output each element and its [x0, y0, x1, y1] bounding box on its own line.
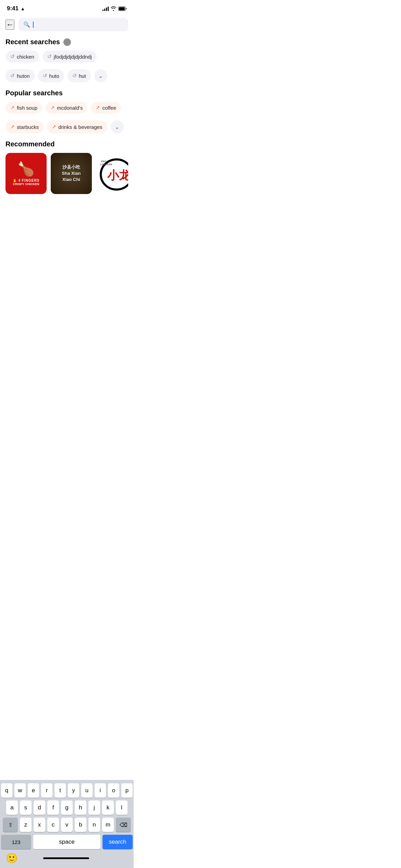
battery-icon — [118, 7, 127, 11]
popular-searches-row1: ↗ fish soup ↗ mcdonald's ↗ coffee — [5, 102, 128, 113]
popular-expand-button[interactable]: ⌄ — [111, 120, 124, 133]
popular-search-coffee[interactable]: ↗ coffee — [91, 102, 121, 113]
recent-search-huton[interactable]: ↺ huton — [5, 69, 35, 82]
recent-search-jfod[interactable]: ↺ jfodjdjdjdjdjddndj — [42, 51, 97, 62]
recommended-title: Recommended — [5, 140, 128, 148]
svg-text:XIAO: XIAO — [101, 160, 107, 162]
svg-rect-1 — [119, 7, 125, 10]
popular-search-mcdonalds[interactable]: ↗ mcdonald's — [46, 102, 87, 113]
history-icon: ↺ — [72, 73, 77, 79]
xiaolong-visual: 小龙坎 XIAO LONGKAN — [96, 153, 128, 194]
shaxian-label: 沙县小吃Sha XianXiao Chi — [62, 164, 81, 183]
popular-search-fishsoup[interactable]: ↗ fish soup — [5, 102, 42, 113]
title-dot — [63, 38, 71, 46]
recent-search-huto[interactable]: ↺ huto — [38, 69, 64, 82]
signal-bars-icon — [102, 6, 109, 11]
recent-searches-title: Recent searches — [5, 38, 128, 46]
status-icons — [102, 6, 127, 11]
wifi-icon — [111, 6, 116, 11]
status-bar: 9:41 ▲ — [0, 0, 134, 15]
history-icon: ↺ — [43, 73, 47, 79]
trending-icon: ↗ — [50, 105, 55, 111]
search-header: ← 🔍 — [0, 15, 134, 35]
status-time: 9:41 — [7, 5, 19, 12]
history-icon: ↺ — [47, 53, 52, 60]
rec-card-xiaolong[interactable]: 小龙坎 XIAO LONGKAN — [96, 153, 128, 194]
popular-searches-row2: ↗ starbucks ↗ drinks & beverages ⌄ — [5, 120, 128, 133]
main-content: Recent searches ↺ chicken ↺ jfodjdjdjdjd… — [0, 38, 134, 197]
trending-icon: ↗ — [96, 105, 100, 111]
svg-text:小龙坎: 小龙坎 — [107, 169, 128, 182]
rec-card-shaxian[interactable]: 沙县小吃Sha XianXiao Chi — [51, 153, 92, 194]
back-button[interactable]: ← — [5, 20, 14, 30]
popular-searches-title: Popular searches — [5, 89, 128, 97]
trending-icon: ↗ — [10, 105, 15, 111]
search-cursor — [33, 22, 34, 28]
rec-card-4fingers[interactable]: 🍗 ✋ 4 FINGERS CRISPY CHICKEN — [5, 153, 47, 194]
card-brand-label: ✋ 4 FINGERS — [13, 179, 40, 182]
recent-expand-button[interactable]: ⌄ — [94, 69, 107, 82]
search-icon: 🔍 — [23, 21, 30, 28]
history-icon: ↺ — [10, 53, 15, 60]
svg-text:LONGKAN: LONGKAN — [100, 163, 112, 166]
recent-search-chicken[interactable]: ↺ chicken — [5, 51, 39, 62]
recent-searches-row2: ↺ huton ↺ huto ↺ hut ⌄ — [5, 69, 128, 82]
popular-search-starbucks[interactable]: ↗ starbucks — [5, 120, 44, 133]
recommended-scroll: 🍗 ✋ 4 FINGERS CRISPY CHICKEN 沙县小吃Sha Xia… — [5, 153, 128, 197]
recent-searches-row1: ↺ chicken ↺ jfodjdjdjdjdjddndj — [5, 51, 128, 62]
recent-search-hut[interactable]: ↺ hut — [68, 69, 91, 82]
popular-search-drinks[interactable]: ↗ drinks & beverages — [47, 120, 107, 133]
trending-icon: ↗ — [10, 124, 15, 130]
search-bar[interactable]: 🔍 — [19, 18, 128, 31]
chicken-image: 🍗 — [17, 161, 35, 177]
xiaolong-svg: 小龙坎 XIAO LONGKAN — [98, 155, 128, 192]
location-arrow-icon: ▲ — [21, 6, 25, 11]
card-sub-label: CRISPY CHICKEN — [13, 182, 39, 186]
trending-icon: ↗ — [52, 124, 56, 130]
history-icon: ↺ — [10, 73, 15, 79]
